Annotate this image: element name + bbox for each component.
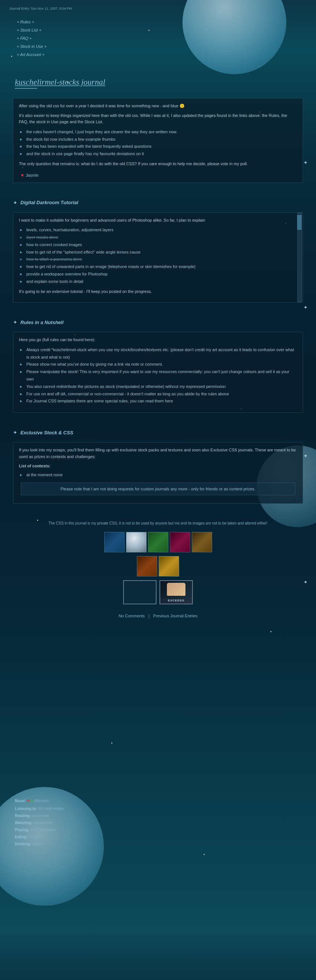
rule-item-5: For use on and off dA, commercial or non… <box>19 390 297 398</box>
thumb-6[interactable] <box>137 556 157 576</box>
drinking-label: Drinking: <box>15 842 31 846</box>
listening-value: Wir sind Helden <box>38 807 65 811</box>
exclusive-section-header: ✦ Exclusive Stock & CSS <box>8 422 308 438</box>
bullet-item-4: and the stock in use page finally has my… <box>19 150 297 158</box>
stamp-image <box>160 581 192 598</box>
thumb-7[interactable] <box>159 556 179 576</box>
nav-stock-in-use[interactable]: + Stock in Use + <box>17 42 299 51</box>
tutorial-list: levels, curves, hue/saturation, adjustme… <box>19 226 297 285</box>
thumb-3[interactable] <box>148 532 168 552</box>
scroll-thumb[interactable] <box>297 215 302 230</box>
playing-row: Playing: with Photoshop <box>15 826 301 834</box>
bottom-padding <box>8 853 308 927</box>
tutorial-section-header: ✦ Digital Darkroom Tutorial <box>8 192 308 208</box>
heart-icon: ♥ <box>21 172 24 178</box>
notice-text: Please note that I am not doing requests… <box>60 487 256 491</box>
tutorial-item-6: how to get rid of unwanted parts in an i… <box>19 263 297 270</box>
navigation-menu: + Rules + + Stock List + + FAQ + + Stock… <box>8 12 308 66</box>
signature-area: ♥ Jasmin <box>19 170 297 178</box>
rules-section-header: ✦ Rules in a Nutshell <box>8 312 308 328</box>
rule-item-3: Please manipulate the stock! This is ver… <box>19 368 297 383</box>
thumbnail-gallery-2 <box>13 556 303 576</box>
tutorial-item-8: and explain some tools in detail <box>19 278 297 285</box>
journal-title: kuschelirmel-stocks journal <box>15 77 301 89</box>
intro-text-2: It's also easier to keep things organize… <box>19 113 297 126</box>
rule-item-4: You also cannot redistribute the picture… <box>19 383 297 390</box>
reading-row: Reading: comments <box>15 812 301 819</box>
bullet-item-2: the stock list now includes a few exampl… <box>19 136 297 143</box>
stamp-face <box>167 583 186 596</box>
intro-bullet-list: the rules haven't changed, I just hope t… <box>19 129 297 158</box>
tutorial-item-1: levels, curves, hue/saturation, adjustme… <box>19 226 297 234</box>
tutorial-item-7: provide a workspace overview for Photosh… <box>19 270 297 278</box>
tutorial-intro: I want to make it suitable for beginners… <box>19 217 297 224</box>
watching-value: deviantFilm <box>34 821 52 825</box>
stamp-area: EXCEEDS <box>13 580 303 605</box>
prev-entries-link[interactable]: Previous Journal Entries <box>153 614 197 618</box>
divider <box>149 614 149 619</box>
tutorial-item-2: layer masks done <box>19 234 297 241</box>
journal-entry-date: Journal Entry: Sun Nov 11, 2007, 8:04 PM <box>9 7 72 10</box>
stamp-exceeds[interactable]: EXCEEDS <box>159 580 193 605</box>
mood-row: Mood: ♥ ♥ Affection <box>15 797 301 805</box>
nav-stock-list[interactable]: + Stock List + <box>17 26 299 34</box>
bullet-item-1: the rules haven't changed, I just hope t… <box>19 129 297 136</box>
eating-value: Tortellini <box>29 835 42 839</box>
mood-heart-icon-2: ♥ <box>31 798 33 803</box>
contest-item-1: at the moment none <box>19 471 297 479</box>
playing-label: Playing: <box>15 828 29 832</box>
tutorial-item-3: how to correct crooked images <box>19 241 297 249</box>
drinking-row: Drinking: coffee <box>15 840 301 848</box>
tutorial-item-5: how to stitch a panorama done <box>19 256 297 263</box>
mood-value: Affection <box>34 799 49 803</box>
rule-item-2: Please show me what you've done by givin… <box>19 361 297 368</box>
section-star-icon-3: ✦ <box>13 430 17 436</box>
listening-row: Listening to: Wir sind Helden <box>15 805 301 812</box>
mood-section: Mood: ♥ ♥ Affection Listening to: Wir si… <box>8 791 308 853</box>
no-comments-link[interactable]: No Comments <box>119 614 145 618</box>
rule-item-1: Always credit *kuschelirmel-stock when y… <box>19 346 297 361</box>
playing-value: with Photoshop <box>30 828 56 832</box>
section-star-icon-2: ✦ <box>13 319 17 325</box>
tutorial-content-box: I want to make it suitable for beginners… <box>13 212 303 303</box>
custom-notice-box: Please note that I am not doing requests… <box>21 482 295 495</box>
eating-label: Eating: <box>15 835 27 839</box>
thumb-1[interactable] <box>104 532 125 552</box>
listening-label: Listening to: <box>15 807 37 811</box>
stamp-label: EXCEEDS <box>168 599 184 602</box>
reading-label: Reading: <box>15 814 31 818</box>
tutorial-footer: It's going to be an extensive tutorial -… <box>19 288 297 295</box>
tutorial-section-title: Digital Darkroom Tutorial <box>21 200 78 205</box>
thumbnail-gallery-1 <box>13 532 303 552</box>
stamp-blank[interactable] <box>123 580 157 605</box>
closing-text-content: The only question that remains is: what … <box>19 161 248 166</box>
watching-label: Watching: <box>15 821 33 825</box>
nav-faq[interactable]: + FAQ + <box>17 34 299 42</box>
rules-section-title: Rules in a Nutshell <box>21 320 64 325</box>
mood-heart-icon-1: ♥ <box>27 798 30 803</box>
exclusive-intro: If you look into my scraps, you'll find … <box>19 447 297 460</box>
css-notice-text: The CSS in this journal is my private CS… <box>13 520 303 527</box>
tutorial-item-4: how to get rid of the "spherized effect"… <box>19 249 297 256</box>
thumb-2[interactable] <box>126 532 146 552</box>
intro-text-1: After using the old css for over a year … <box>19 103 297 110</box>
thumb-5[interactable] <box>192 532 212 552</box>
section-star-icon: ✦ <box>13 200 17 206</box>
exclusive-section-title: Exclusive Stock & CSS <box>21 430 73 436</box>
thumb-4[interactable] <box>170 532 190 552</box>
watching-row: Watching: deviantFilm <box>15 819 301 826</box>
footer-section: The CSS in this journal is my private CS… <box>8 513 308 632</box>
comments-area: No Comments Previous Journal Entries <box>13 608 303 624</box>
scrollbar[interactable] <box>297 213 302 302</box>
rule-item-6: For Journal CSS templates there are some… <box>19 398 297 405</box>
nav-rules[interactable]: + Rules + <box>17 18 299 26</box>
signature-name: Jasmin <box>25 173 38 177</box>
journal-title-area: kuschelirmel-stocks journal <box>8 66 308 94</box>
journal-header: Journal Entry: Sun Nov 11, 2007, 8:04 PM <box>8 4 308 12</box>
contests-header: List of contests: <box>19 463 297 469</box>
nav-art-account[interactable]: + Art Account + <box>17 51 299 59</box>
reading-value: comments <box>32 814 49 818</box>
rules-intro: Here you go (full rules can be found her… <box>19 337 297 344</box>
mood-label: Mood: <box>15 799 26 803</box>
exclusive-content-box: If you look into my scraps, you'll find … <box>13 442 303 504</box>
